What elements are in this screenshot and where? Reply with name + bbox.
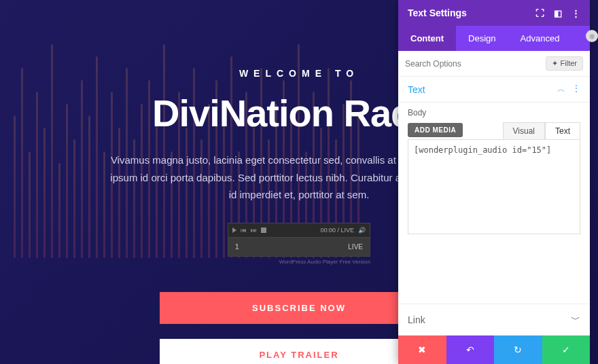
prev-icon[interactable]: ⏮: [241, 227, 247, 234]
player-time: 00:00 / LIVE: [320, 227, 354, 234]
add-media-button[interactable]: ADD MEDIA: [408, 123, 463, 137]
help-icon[interactable]: ⊕: [586, 30, 598, 42]
editor-textarea[interactable]: [408, 139, 580, 234]
editor-tab-text[interactable]: Text: [545, 122, 580, 140]
save-button[interactable]: ✓: [542, 335, 591, 364]
player-controls: ⏮ ⏭ 00:00 / LIVE 🔊: [228, 223, 370, 238]
player-track: 1 LIVE: [228, 238, 370, 257]
body-editor: Body ADD MEDIA Visual Text: [398, 103, 590, 247]
link-section[interactable]: Link ﹀: [398, 304, 590, 335]
discard-button[interactable]: ✖: [398, 335, 446, 364]
list-icon[interactable]: [261, 228, 266, 233]
tab-content[interactable]: Content: [398, 26, 456, 51]
play-icon[interactable]: [232, 228, 236, 233]
tab-advanced[interactable]: Advanced: [508, 26, 572, 51]
menu-icon[interactable]: ⋮: [571, 8, 580, 18]
panel-title: Text Settings: [408, 7, 467, 18]
body-label: Body: [408, 108, 580, 117]
snap-icon[interactable]: ◧: [554, 8, 562, 18]
track-number: 1: [235, 243, 239, 251]
editor-tab-visual[interactable]: Visual: [503, 122, 545, 140]
search-row: ✦ Filter: [398, 51, 590, 77]
text-section: Text ︿ ⋮: [398, 77, 590, 103]
player-caption: WordPress Audio Player Free Version: [228, 259, 370, 265]
volume-icon[interactable]: 🔊: [358, 227, 366, 234]
chevron-down-icon: ﹀: [571, 314, 580, 326]
next-icon[interactable]: ⏭: [251, 227, 257, 234]
section-menu-icon[interactable]: ⋮: [572, 84, 580, 95]
subscribe-button[interactable]: SUBSCRIBE NOW: [160, 292, 438, 324]
undo-button[interactable]: ↶: [446, 335, 495, 364]
tab-design[interactable]: Design: [456, 26, 508, 51]
search-input[interactable]: [405, 59, 546, 69]
expand-icon[interactable]: ⛶: [535, 8, 544, 18]
settings-panel: Text Settings ⛶ ◧ ⋮ Content Design Advan…: [398, 0, 590, 364]
link-label: Link: [408, 314, 425, 325]
play-trailer-button[interactable]: PLAY TRAILER: [160, 339, 438, 365]
section-title: Text: [408, 84, 425, 95]
filter-button[interactable]: ✦ Filter: [546, 56, 583, 71]
redo-button[interactable]: ↻: [494, 335, 542, 364]
panel-tabs: Content Design Advanced: [398, 26, 590, 51]
panel-header: Text Settings ⛶ ◧ ⋮: [398, 0, 590, 26]
live-label: LIVE: [348, 243, 363, 251]
audio-player[interactable]: ⏮ ⏭ 00:00 / LIVE 🔊 1 LIVE WordPress Audi…: [228, 223, 370, 265]
collapse-icon[interactable]: ︿: [557, 84, 565, 95]
panel-actions: ✖ ↶ ↻ ✓: [398, 335, 590, 364]
